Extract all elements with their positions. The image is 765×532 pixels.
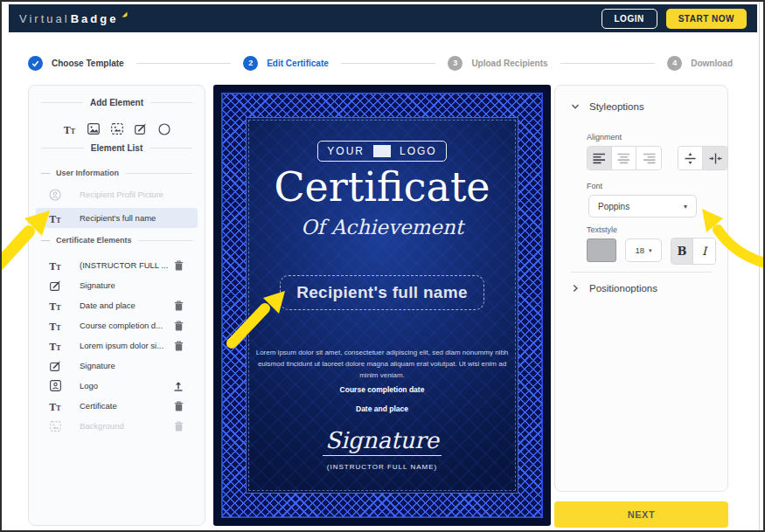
start-now-button[interactable]: START NOW [666, 9, 747, 29]
horizontal-center-icon [709, 152, 722, 165]
trash-icon-disabled [174, 421, 184, 432]
step-upload-recipients[interactable]: 3 Upload Recipients [448, 56, 547, 71]
text-icon: TT [48, 299, 62, 313]
instructor-name-text[interactable]: (INSTRUCTOR FULL NAME) [213, 463, 551, 471]
add-circle-icon[interactable] [157, 122, 170, 135]
logo-arrow-icon [121, 10, 129, 18]
certificate-subtitle-text[interactable]: Of Achievement [213, 216, 551, 238]
list-item-recipient-profile-picture: Recipient Profil Picture [36, 184, 198, 204]
step-download[interactable]: 4 Download [667, 56, 733, 71]
page-edge-divider [759, 2, 760, 532]
bold-italic-group: B I [671, 238, 716, 265]
list-item-label: Background [80, 421, 124, 431]
trash-icon[interactable] [174, 341, 184, 351]
certificate-editor-page: VirtualBadge LOGIN START NOW Choose Temp… [0, 0, 765, 532]
certificate-logo-placeholder[interactable]: YOUR LOGO [213, 141, 551, 162]
list-item-logo[interactable]: Logo [36, 376, 198, 396]
course-completion-date-text[interactable]: Course completion date [213, 385, 551, 394]
list-item-label: Recipient's full name [80, 213, 156, 223]
vertical-center-icon [684, 152, 697, 165]
font-size-select[interactable]: 18 ▾ [625, 238, 662, 262]
trash-icon[interactable] [174, 301, 184, 311]
list-item-certificate[interactable]: TT Certificate [36, 396, 198, 416]
list-item-course-completion-date[interactable]: TT Course completion d... [36, 315, 198, 335]
list-item-date-and-place[interactable]: TT Date and place [36, 295, 198, 315]
top-navbar: VirtualBadge LOGIN START NOW [9, 4, 757, 32]
step-edit-certificate[interactable]: 2 Edit Certificate [243, 56, 329, 71]
recipient-name-element[interactable]: Recipient's full name [213, 275, 551, 310]
position-options-toggle[interactable]: Positionoptions [571, 283, 657, 294]
certificate-elements-list: TT (INSTRUCTOR FULL ... Signature TT Dat… [29, 255, 205, 436]
trash-icon[interactable] [174, 401, 184, 411]
caret-down-icon: ▾ [649, 247, 652, 254]
add-text-icon[interactable]: TT [63, 122, 76, 135]
italic-button[interactable]: I [693, 238, 715, 264]
list-item-instructor-full-name[interactable]: TT (INSTRUCTOR FULL ... [36, 255, 198, 275]
text-icon: TT [48, 319, 62, 333]
certificate-canvas[interactable]: YOUR LOGO Certificate Of Achievement Rec… [213, 85, 551, 526]
list-item-signature-2[interactable]: Signature [36, 356, 198, 376]
horizontal-center-button[interactable] [703, 147, 727, 169]
add-frame-icon[interactable] [110, 122, 123, 135]
bold-button[interactable]: B [671, 238, 693, 264]
user-information-header: User Information [41, 169, 192, 177]
signature-icon [48, 361, 62, 371]
align-center-button[interactable] [612, 147, 636, 169]
step1-check-icon [28, 56, 43, 71]
style-options-toggle[interactable]: Styleoptions [571, 101, 644, 112]
chevron-down-icon [571, 102, 580, 111]
stepper-connector [341, 63, 436, 64]
certificate-body-text[interactable]: Lorem ipsum dolor sit amet, consectetuer… [251, 348, 513, 381]
text-align-group [587, 146, 662, 170]
position-options-title: Positionoptions [589, 283, 657, 294]
align-right-button[interactable] [636, 147, 661, 169]
add-element-title: Add Element [90, 98, 143, 107]
progress-stepper: Choose Template 2 Edit Certificate 3 Upl… [28, 54, 733, 72]
text-color-swatch[interactable] [587, 238, 616, 262]
list-item-lorem-ipsum[interactable]: TT Lorem ipsum dolor si... [36, 335, 198, 356]
trash-icon[interactable] [174, 321, 184, 331]
logo-text-virtual: Virtual [19, 12, 70, 25]
add-image-icon[interactable] [87, 122, 100, 135]
chevron-right-icon [571, 284, 580, 293]
avatar-icon [48, 189, 62, 201]
style-options-title: Styleoptions [589, 101, 644, 112]
signature-element[interactable]: Signature [213, 429, 551, 456]
add-signature-icon[interactable] [134, 122, 147, 135]
background-icon [48, 421, 62, 432]
align-right-icon [643, 153, 656, 164]
list-item-label: (INSTRUCTOR FULL ... [80, 260, 168, 270]
step-choose-template[interactable]: Choose Template [28, 56, 124, 71]
font-select[interactable]: Poppins ▾ [588, 195, 697, 218]
list-item-recipients-full-name[interactable]: TT Recipient's full name [36, 208, 198, 228]
login-button[interactable]: LOGIN [602, 9, 657, 29]
align-left-button[interactable] [588, 147, 612, 169]
trash-icon[interactable] [174, 260, 184, 271]
virtualbadge-logo[interactable]: VirtualBadge [19, 12, 129, 25]
header-actions: LOGIN START NOW [602, 9, 747, 29]
list-item-label: Date and place [80, 301, 136, 310]
next-button[interactable]: NEXT [554, 501, 728, 528]
certificate-elements-header: Certificate Elements [41, 236, 192, 245]
step3-label: Upload Recipients [471, 59, 547, 68]
recipient-placeholder-text: Recipient's full name [296, 283, 468, 301]
element-sidebar: Add Element TT Element List User Informa… [28, 85, 205, 526]
step1-label: Choose Template [52, 59, 124, 68]
step3-number: 3 [448, 56, 462, 71]
element-list-title: Element List [91, 143, 143, 153]
text-icon: TT [48, 211, 62, 225]
list-item-label: Course completion d... [80, 321, 163, 330]
list-item-label: Lorem ipsum dolor si... [80, 341, 163, 350]
certificate-elements-title: Certificate Elements [56, 236, 132, 245]
vertical-center-button[interactable] [678, 147, 703, 169]
logo-image-icon [48, 380, 62, 391]
logo-placeholder-your: YOUR [318, 145, 373, 157]
list-item-signature-1[interactable]: Signature [36, 275, 198, 295]
date-and-place-text[interactable]: Date and place [213, 404, 551, 413]
logo-placeholder-logo: LOGO [391, 145, 446, 157]
stepper-connector [560, 63, 656, 64]
upload-icon[interactable] [173, 381, 184, 391]
certificate-title-text[interactable]: Certificate [213, 167, 551, 207]
element-list-header: Element List [41, 143, 192, 153]
step2-number: 2 [243, 56, 258, 71]
